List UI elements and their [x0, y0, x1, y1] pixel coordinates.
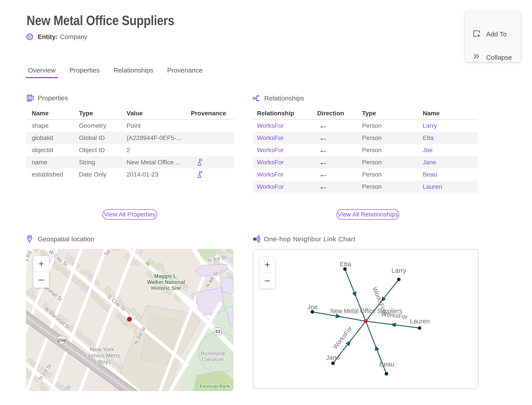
svg-text:Maggie L.: Maggie L. [154, 273, 178, 279]
svg-text:Lauren: Lauren [410, 318, 430, 325]
svg-text:Walker National: Walker National [147, 279, 185, 285]
svg-text:33: 33 [215, 329, 220, 334]
svg-text:Fashion Mens: Fashion Mens [84, 352, 120, 359]
svg-text:Coliseum: Coliseum [201, 357, 224, 362]
svg-text:250: 250 [58, 338, 65, 343]
svg-text:New York: New York [90, 346, 114, 353]
svg-text:Historic Site: Historic Site [151, 285, 181, 291]
svg-text:Beau: Beau [379, 361, 394, 368]
svg-text:WorksFor: WorksFor [381, 310, 408, 320]
svg-text:Jane: Jane [326, 354, 340, 361]
svg-text:Joe: Joe [307, 304, 318, 310]
svg-text:Richmond: Richmond [201, 351, 225, 357]
svg-text:WorksFor: WorksFor [332, 325, 353, 350]
svg-text:Larry: Larry [392, 267, 406, 274]
svg-text:Festival Park: Festival Park [200, 384, 230, 389]
svg-text:& Boys: & Boys [93, 358, 111, 365]
svg-text:Etta: Etta [339, 261, 351, 268]
